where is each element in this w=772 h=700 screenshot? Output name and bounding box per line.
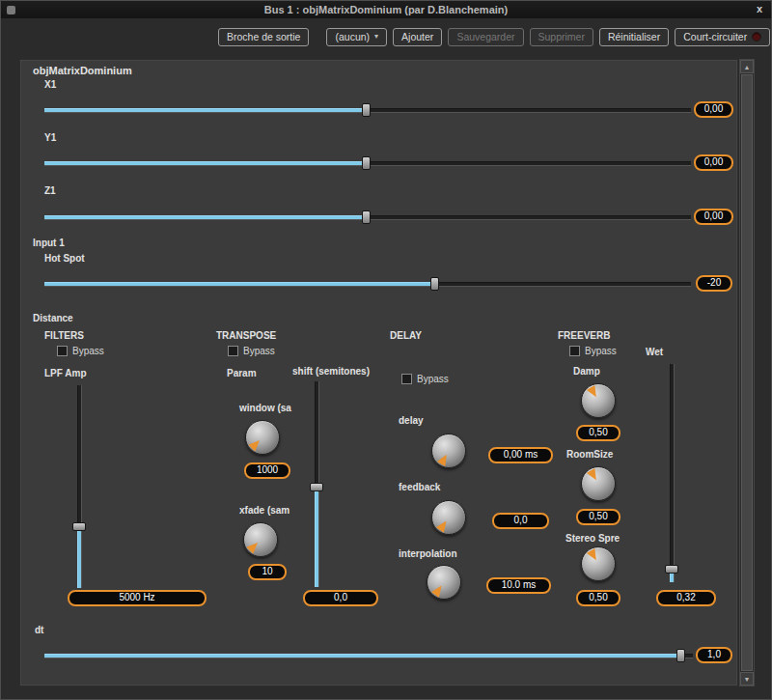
toolbar: Broche de sortie (aucun) ▾ Ajouter Sauve… [218, 27, 760, 46]
xfade-knob[interactable] [243, 522, 278, 557]
damp-knob[interactable] [581, 383, 616, 418]
x1-label: X1 [44, 79, 56, 90]
roomsize-label: RoomSize [566, 449, 613, 460]
interpolation-knob[interactable] [427, 565, 461, 600]
broche-de-sortie-button[interactable]: Broche de sortie [218, 28, 309, 46]
reinitialiser-button[interactable]: Réinitialiser [599, 28, 669, 46]
checkbox-icon[interactable] [569, 346, 580, 356]
module-title: objMatrixDominium [33, 65, 132, 76]
x1-slider-handle[interactable] [362, 103, 371, 117]
damp-value-box[interactable]: 0,50 [576, 425, 620, 441]
distance-label: Distance [33, 313, 73, 323]
shift-slider-handle[interactable] [310, 483, 323, 491]
wet-slider-handle[interactable] [665, 565, 678, 574]
checkbox-icon[interactable] [401, 374, 412, 384]
window-knob[interactable] [245, 420, 280, 455]
z1-label: Z1 [44, 185, 56, 196]
knob-pointer-icon [587, 548, 601, 564]
dt-slider-handle[interactable] [676, 649, 685, 662]
shift-label: shift (semitones) [292, 366, 370, 377]
hotspot-value-box[interactable]: -20 [696, 275, 732, 292]
knob-pointer-icon [587, 468, 601, 484]
wet-label: Wet [646, 347, 663, 357]
delay-knob-label: delay [399, 415, 424, 426]
y1-slider-handle[interactable] [362, 156, 371, 170]
freeverb-bypass-checkbox[interactable]: Bypass [569, 346, 617, 356]
delay-knob[interactable] [431, 434, 466, 468]
knob-pointer-icon [246, 539, 262, 554]
lpf-value-box[interactable]: 5000 Hz [68, 590, 207, 606]
roomsize-knob[interactable] [581, 466, 616, 501]
transpose-bypass-checkbox[interactable]: Bypass [228, 346, 275, 356]
z1-slider-handle[interactable] [362, 210, 371, 224]
title-bar: Bus 1 : objMatrixDominium (par D.Blanche… [1, 1, 771, 18]
roomsize-value-box[interactable]: 0,50 [576, 509, 620, 525]
xfade-label: xfade (sam [239, 505, 290, 516]
feedback-value-box[interactable]: 0,0 [492, 513, 549, 529]
y1-label: Y1 [44, 132, 56, 143]
y1-value-box[interactable]: 0,00 [694, 154, 733, 171]
delay-title: DELAY [390, 330, 422, 341]
window-icon [7, 6, 15, 14]
feedback-knob[interactable] [431, 500, 466, 535]
interpolation-value-box[interactable]: 10.0 ms [486, 577, 551, 594]
window-value-box[interactable]: 1000 [244, 462, 290, 479]
lpf-slider-handle[interactable] [72, 522, 86, 531]
ajouter-button[interactable]: Ajouter [393, 28, 442, 46]
dt-value-box[interactable]: 1,0 [696, 647, 732, 663]
window-title: Bus 1 : objMatrixDominium (par D.Blanche… [264, 4, 508, 15]
delay-bypass-checkbox[interactable]: Bypass [401, 374, 449, 384]
damp-label: Damp [573, 366, 600, 377]
hotspot-slider-fill [44, 282, 432, 286]
court-circuiter-button[interactable]: Court-circuiter [675, 28, 770, 46]
z1-slider-fill [44, 215, 365, 219]
freeverb-bypass-label: Bypass [585, 346, 617, 356]
stereo-spread-knob[interactable] [581, 546, 616, 581]
feedback-label: feedback [399, 482, 440, 492]
x1-slider-fill [44, 108, 365, 112]
sauvegarder-button[interactable]: Sauvegarder [448, 28, 523, 46]
hotspot-slider-handle[interactable] [430, 277, 439, 291]
hotspot-label: Hot Spot [44, 253, 85, 264]
transpose-title: TRANSPOSE [216, 330, 276, 341]
z1-value-box[interactable]: 0,00 [694, 209, 733, 225]
y1-slider-fill [44, 161, 365, 165]
stereo-spread-value-box[interactable]: 0,50 [576, 590, 620, 606]
broche-de-sortie-label: Broche de sortie [227, 30, 300, 44]
xfade-value-box[interactable]: 10 [248, 564, 287, 580]
filters-title: FILTERS [44, 330, 84, 341]
filters-bypass-checkbox[interactable]: Bypass [57, 346, 104, 356]
close-button[interactable]: x [757, 3, 762, 14]
wet-slider-fill [670, 574, 674, 582]
knob-pointer-icon [587, 385, 601, 401]
sauvegarder-label: Sauvegarder [456, 30, 514, 44]
chevron-down-icon: ▾ [374, 33, 378, 41]
preset-value: (aucun) [335, 30, 370, 44]
dt-slider-fill [44, 654, 679, 658]
ajouter-label: Ajouter [401, 30, 433, 44]
param-label: Param [227, 368, 257, 378]
window-label: window (sa [239, 403, 291, 413]
court-circuiter-label: Court-circuiter [683, 30, 747, 44]
preset-select[interactable]: (aucun) ▾ [326, 28, 387, 46]
delay-bypass-label: Bypass [417, 374, 449, 384]
wet-value-box[interactable]: 0,32 [656, 590, 716, 606]
scroll-down-icon[interactable]: ▼ [740, 672, 754, 686]
court-circuiter-led-icon [752, 32, 761, 42]
checkbox-icon[interactable] [57, 346, 68, 356]
knob-pointer-icon [437, 451, 452, 466]
vertical-scrollbar[interactable]: ▲ ▼ [739, 59, 755, 686]
knob-pointer-icon [436, 518, 452, 533]
scrollbar-thumb[interactable] [741, 74, 753, 671]
delay-value-box[interactable]: 0,00 ms [488, 447, 553, 463]
supprimer-label: Supprimer [538, 30, 585, 44]
x1-value-box[interactable]: 0,00 [694, 101, 733, 118]
supprimer-button[interactable]: Supprimer [530, 28, 593, 46]
checkbox-icon[interactable] [228, 346, 238, 356]
lpf-amp-label: LPF Amp [44, 368, 87, 378]
dt-label: dt [35, 625, 43, 635]
freeverb-title: FREEVERB [558, 330, 610, 341]
wet-slider-track[interactable] [670, 364, 675, 582]
shift-value-box[interactable]: 0,0 [303, 590, 378, 606]
scroll-up-icon[interactable]: ▲ [740, 60, 754, 73]
